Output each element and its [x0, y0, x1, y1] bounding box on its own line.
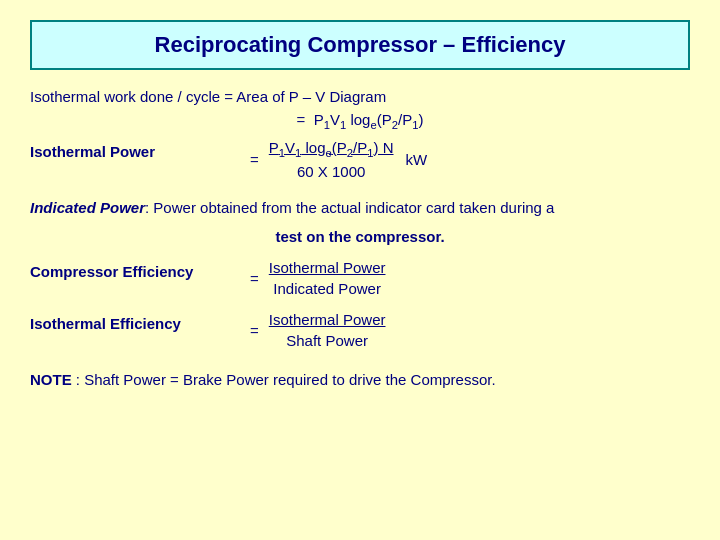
ce-fraction: Isothermal Power Indicated Power	[269, 259, 386, 297]
equals-ie: =	[250, 322, 259, 339]
compressor-eff-label: Compressor Efficiency	[30, 259, 250, 280]
formula-equals: =	[297, 111, 310, 128]
isothermal-eff-label: Isothermal Efficiency	[30, 311, 250, 332]
equals-ce: =	[250, 270, 259, 287]
page-container: Reciprocating Compressor – Efficiency Is…	[0, 0, 720, 540]
ce-numerator: Isothermal Power	[269, 259, 386, 278]
indicated-power-desc: : Power obtained from the actual indicat…	[145, 199, 554, 216]
isothermal-power-label: Isothermal Power	[30, 139, 250, 160]
test-line: test on the compressor.	[30, 228, 690, 245]
isothermal-power-formula: = P1V1 loge(P2/P1) N 60 X 1000 kW	[250, 139, 427, 180]
note-bold-label: NOTE	[30, 371, 72, 388]
indicated-power-line: Indicated Power: Power obtained from the…	[30, 196, 690, 220]
equals-ip: =	[250, 151, 259, 168]
ie-denominator: Shaft Power	[286, 330, 368, 349]
ip-denominator: 60 X 1000	[297, 161, 365, 180]
isothermal-work-line: Isothermal work done / cycle = Area of P…	[30, 88, 690, 105]
ce-denominator: Indicated Power	[273, 278, 381, 297]
title-box: Reciprocating Compressor – Efficiency	[30, 20, 690, 70]
isothermal-efficiency-row: Isothermal Efficiency = Isothermal Power…	[30, 311, 690, 349]
isothermal-work-label: Isothermal work done / cycle = Area of P…	[30, 88, 386, 105]
compressor-efficiency-row: Compressor Efficiency = Isothermal Power…	[30, 259, 690, 297]
compressor-eff-formula: = Isothermal Power Indicated Power	[250, 259, 389, 297]
isothermal-eff-formula: = Isothermal Power Shaft Power	[250, 311, 389, 349]
formula-p1: P1V1 loge(P2/P1)	[314, 111, 424, 128]
ip-fraction: P1V1 loge(P2/P1) N 60 X 1000	[269, 139, 394, 180]
center-formula-line: = P1V1 loge(P2/P1)	[30, 111, 690, 131]
ip-numerator: P1V1 loge(P2/P1) N	[269, 139, 394, 161]
ie-numerator: Isothermal Power	[269, 311, 386, 330]
note-text: : Shaft Power = Brake Power required to …	[72, 371, 496, 388]
page-title: Reciprocating Compressor – Efficiency	[155, 32, 566, 57]
isothermal-power-row: Isothermal Power = P1V1 loge(P2/P1) N 60…	[30, 139, 690, 180]
indicated-power-italic: Indicated Power	[30, 199, 145, 216]
ie-fraction: Isothermal Power Shaft Power	[269, 311, 386, 349]
note-line: NOTE : Shaft Power = Brake Power require…	[30, 371, 690, 388]
kw-label: kW	[406, 151, 428, 168]
